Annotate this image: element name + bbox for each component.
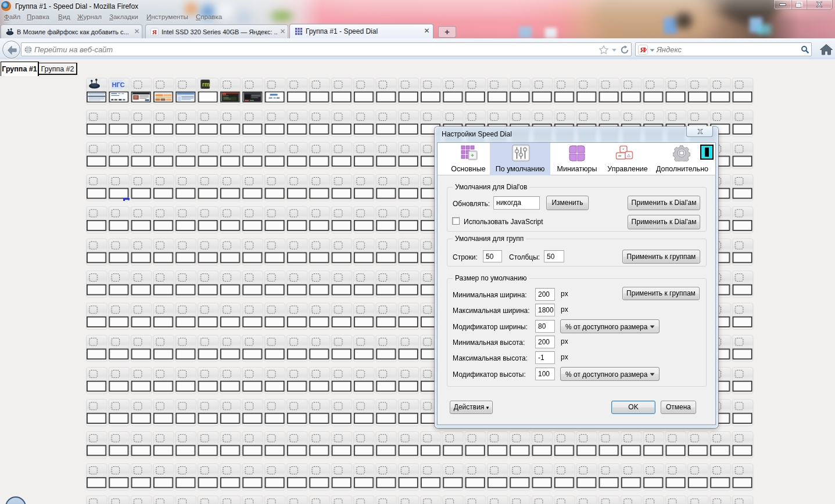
svg-text:Я: Я xyxy=(152,28,157,35)
svg-text:rm: rm xyxy=(202,81,210,88)
svg-text:НГС: НГС xyxy=(112,81,125,88)
